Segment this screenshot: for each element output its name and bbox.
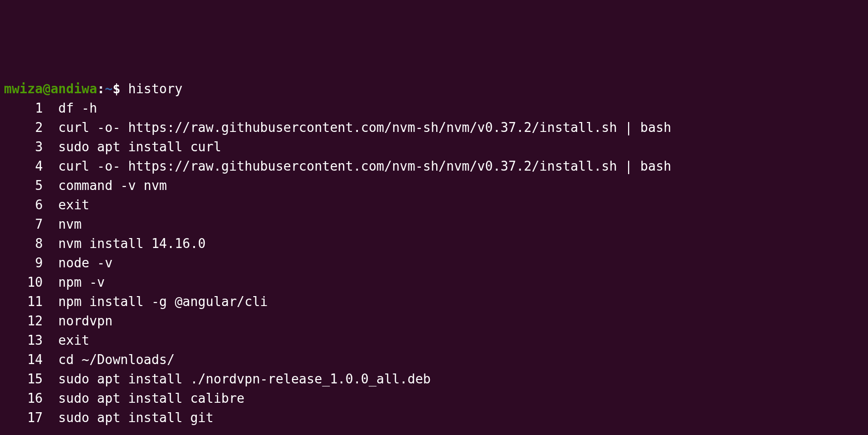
prompt-path: ~ bbox=[105, 81, 113, 96]
prompt-colon: : bbox=[97, 81, 105, 96]
typed-command: history bbox=[128, 81, 182, 96]
prompt-host: andiwa bbox=[51, 81, 97, 96]
terminal-output[interactable]: mwiza@andiwa:~$ history 1 df -h 2 curl -… bbox=[4, 79, 864, 428]
prompt-user: mwiza bbox=[4, 81, 43, 96]
history-output: 1 df -h 2 curl -o- https://raw.githubuse… bbox=[4, 99, 864, 428]
prompt-dollar: $ bbox=[113, 81, 120, 96]
prompt-at: @ bbox=[43, 81, 51, 96]
